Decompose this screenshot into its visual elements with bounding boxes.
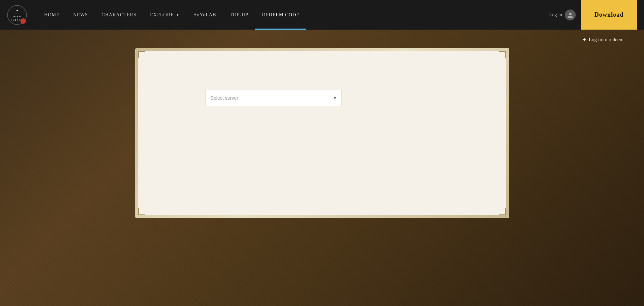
redeem-button[interactable]: Redeem xyxy=(156,171,342,191)
user-avatar-icon xyxy=(565,10,576,20)
logo[interactable]: ✦ Genshin IMPACT xyxy=(7,5,27,25)
download-button[interactable]: Download xyxy=(581,0,637,30)
nickname-required-star: * xyxy=(176,118,179,123)
corner-decoration-tl xyxy=(138,51,145,58)
navbar: ✦ Genshin IMPACT HOME NEWS CHARACTERS EX… xyxy=(0,0,644,30)
svg-text:Genshin: Genshin xyxy=(13,15,21,18)
corner-decoration-bl xyxy=(138,208,145,215)
svg-text:✦: ✦ xyxy=(16,9,18,12)
nav-right: Log In Download xyxy=(549,0,637,30)
nickname-label-text: CharacterNickname xyxy=(179,118,200,130)
server-label-text: Server xyxy=(187,95,200,100)
info-point-4: 4. Each redemption code can only be used… xyxy=(376,178,495,186)
info-point-1: 1. Before redeeming a code, log in to yo… xyxy=(376,83,495,115)
info-point-3: 3. Pay attention to the redemption condi… xyxy=(376,149,495,173)
corner-decoration-tr xyxy=(499,51,506,58)
info-title: About Code Redemption xyxy=(376,65,495,75)
nav-characters[interactable]: CHARACTERS xyxy=(95,0,143,30)
corner-decoration-br xyxy=(499,208,506,215)
nav-links: HOME NEWS CHARACTERS EXPLORE ▼ HoYoLAB T… xyxy=(37,0,549,30)
login-label: Log In xyxy=(549,12,562,18)
info-text: 1. Before redeeming a code, log in to yo… xyxy=(376,83,495,186)
svg-point-5 xyxy=(569,13,572,15)
code-required-star: * xyxy=(171,144,174,149)
nav-home[interactable]: HOME xyxy=(37,0,66,30)
main-content: ✦ Log in to redeem Redeem Code *Server S… xyxy=(0,30,644,306)
server-required-star: * xyxy=(183,95,186,100)
nav-news[interactable]: NEWS xyxy=(66,0,95,30)
form-title: Redeem Code xyxy=(156,65,342,76)
redemption-code-input[interactable] xyxy=(206,142,342,158)
info-point-2: 2. After redeeming a code, you will rece… xyxy=(376,120,495,144)
info-section: About Code Redemption 1. Before redeemin… xyxy=(363,48,509,218)
code-label: *RedemptionCode xyxy=(156,143,200,157)
explore-dropdown-arrow: ▼ xyxy=(176,13,179,17)
code-field-group: *RedemptionCode xyxy=(156,142,342,158)
redeem-card: Redeem Code *Server Select server ▼ *Cha… xyxy=(135,48,509,218)
nickname-label: *CharacterNickname xyxy=(156,117,200,131)
sparkle-icon: ✦ xyxy=(582,36,587,43)
server-select[interactable]: Select server xyxy=(206,90,342,106)
code-label-text: RedemptionCode xyxy=(175,144,200,156)
login-button[interactable]: Log In xyxy=(549,10,576,20)
nav-redeem-code[interactable]: REDEEM CODE xyxy=(255,0,306,30)
form-section: Redeem Code *Server Select server ▼ *Cha… xyxy=(136,48,363,218)
server-select-wrapper: Select server ▼ xyxy=(206,90,342,106)
server-field-group: *Server Select server ▼ xyxy=(156,90,342,106)
nav-explore[interactable]: EXPLORE ▼ xyxy=(143,0,186,30)
log-in-to-redeem-link[interactable]: ✦ Log in to redeem xyxy=(582,36,624,43)
log-in-to-redeem-text: Log in to redeem xyxy=(589,37,624,43)
nav-topup[interactable]: TOP-UP xyxy=(223,0,255,30)
server-label: *Server xyxy=(156,95,200,101)
nickname-field-group: *CharacterNickname xyxy=(156,116,342,132)
nickname-input[interactable] xyxy=(206,116,342,132)
nav-hoyolab[interactable]: HoYoLAB xyxy=(186,0,223,30)
svg-point-4 xyxy=(20,18,26,24)
genshin-logo-icon: ✦ Genshin IMPACT xyxy=(7,5,27,25)
